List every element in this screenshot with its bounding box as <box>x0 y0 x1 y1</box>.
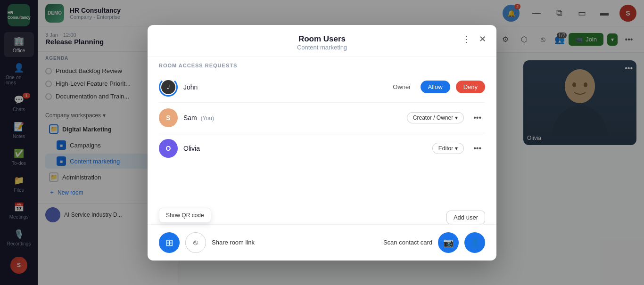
modal-spacer <box>148 163 496 207</box>
contact-share-button[interactable]: 👤 <box>464 232 485 253</box>
loading-spinner-container: J <box>159 78 178 97</box>
show-qr-tooltip: Show QR code <box>159 208 211 223</box>
modal-title: Room Users <box>159 34 485 44</box>
chevron-down-icon: ▾ <box>455 114 458 121</box>
scan-contact-card-label[interactable]: Scan contact card <box>383 239 432 246</box>
room-access-label: ROOM ACCESS REQUESTS <box>148 57 496 72</box>
user-row-sam: S Sam (You) Creator / Owner ▾ ••• <box>148 103 496 133</box>
allow-button[interactable]: Allow <box>421 81 450 93</box>
editor-badge[interactable]: Editor ▾ <box>432 143 464 154</box>
scan-camera-button[interactable]: 📷 <box>438 232 459 253</box>
modal-footer: Show QR code ⊞ ⎋ Share room link Scan co… <box>148 224 496 261</box>
sam-name: Sam (You) <box>183 114 401 122</box>
sam-avatar: S <box>159 108 178 127</box>
olivia-options-icon[interactable]: ••• <box>470 142 485 155</box>
creator-owner-badge[interactable]: Creator / Owner ▾ <box>407 112 464 123</box>
olivia-avatar: O <box>159 139 178 158</box>
modal-overlay: ⋮ Room Users Content marketing ✕ ROOM AC… <box>0 0 644 285</box>
owner-label: Owner <box>393 83 411 90</box>
share-room-link-label[interactable]: Share room link <box>212 239 255 246</box>
olivia-name: Olivia <box>183 145 427 152</box>
user-row-olivia: O Olivia Editor ▾ ••• <box>148 133 496 163</box>
footer-right: Scan contact card 📷 👤 <box>383 232 485 253</box>
modal-subtitle: Content marketing <box>159 44 485 51</box>
deny-button[interactable]: Deny <box>456 81 485 93</box>
share-button[interactable]: ⎋ <box>185 232 206 253</box>
john-avatar: J <box>161 80 175 94</box>
sam-tag: (You) <box>201 115 214 122</box>
chevron-down-icon: ▾ <box>455 145 458 152</box>
add-user-button[interactable]: Add user <box>446 211 485 224</box>
user-row-john: J John Owner Allow Deny <box>148 72 496 102</box>
room-users-modal: ⋮ Room Users Content marketing ✕ ROOM AC… <box>148 25 496 261</box>
modal-close-button[interactable]: ✕ <box>476 33 489 46</box>
qr-code-button[interactable]: ⊞ <box>159 232 180 253</box>
john-name: John <box>183 83 387 91</box>
modal-menu-button[interactable]: ⋮ <box>460 33 473 46</box>
modal-header: ⋮ Room Users Content marketing ✕ <box>148 25 496 57</box>
sam-options-icon[interactable]: ••• <box>470 112 485 124</box>
